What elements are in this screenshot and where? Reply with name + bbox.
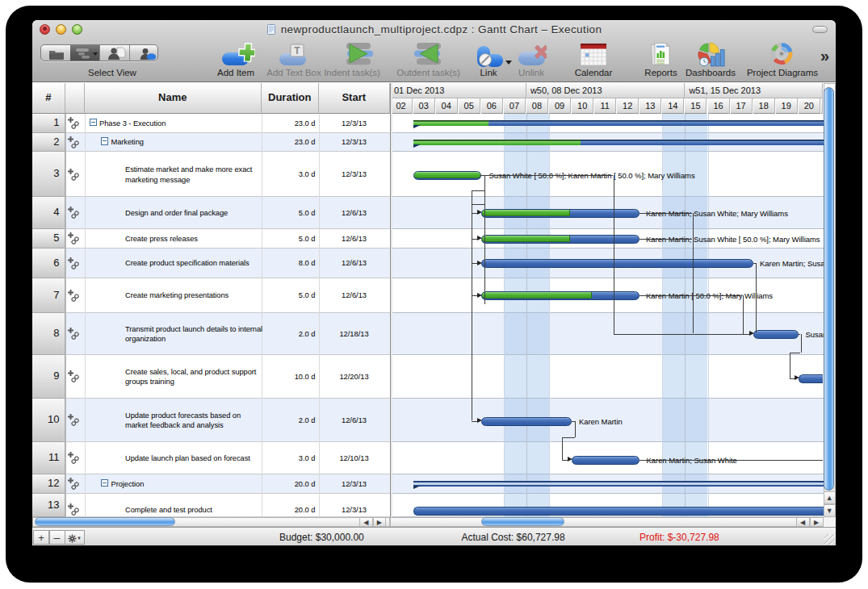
svg-text:T: T: [294, 45, 300, 56]
